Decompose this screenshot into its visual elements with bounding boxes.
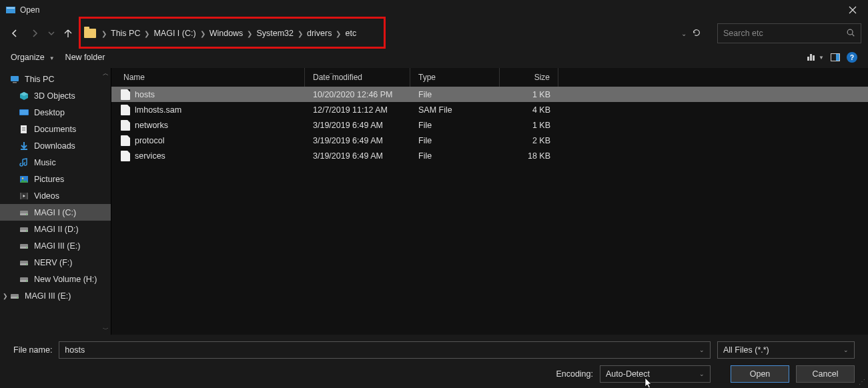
file-row[interactable]: lmhosts.sam12/7/2019 11:12 AMSAM File4 K… [111,102,868,117]
chevron-right-icon[interactable]: ❯ [100,30,108,37]
svg-point-13 [22,177,23,179]
svg-rect-15 [20,193,21,199]
resize-grip-icon[interactable]: ⋰ [859,378,865,385]
encoding-select[interactable]: Auto-Detect ⌄ [600,365,711,383]
filename-input[interactable] [65,342,699,358]
file-type: File [410,90,500,99]
breadcrumb-segment[interactable]: etc [342,29,359,38]
tree-item-label: 3D Objects [34,91,75,101]
file-row[interactable]: networks3/19/2019 6:49 AMFile1 KB [111,117,868,133]
file-name: networks [135,121,168,130]
chevron-down-icon[interactable]: ⌄ [699,347,705,353]
chevron-down-icon[interactable]: ⌄ [699,371,705,377]
file-date: 3/19/2019 6:49 AM [305,136,410,145]
app-icon [5,5,16,15]
up-button[interactable] [60,25,76,41]
tree-item[interactable]: Downloads [0,137,111,154]
scroll-down-button[interactable]: ﹀ [101,325,109,333]
svg-rect-11 [21,149,27,150]
tree-item[interactable]: Music [0,154,111,171]
cancel-button[interactable]: Cancel [796,365,855,383]
svg-rect-4 [13,82,17,83]
download-icon [19,141,29,151]
svg-rect-1 [7,7,15,9]
view-button[interactable]: ▼ [807,54,824,61]
svg-rect-9 [22,129,25,129]
breadcrumb-segment[interactable]: drivers [304,29,335,38]
chevron-right-icon[interactable]: ❯ [246,30,254,37]
file-type-filter[interactable]: All Files (*.*) ⌄ [717,341,855,359]
chevron-right-icon[interactable]: ❯ [296,30,304,37]
expand-icon[interactable]: ❯ [3,293,9,299]
file-type: SAM File [410,105,500,115]
recent-locations-button[interactable] [47,25,56,41]
address-bar[interactable]: ❯ This PC ❯ MAGI I (C:) ❯ Windows ❯ Syst… [80,23,708,43]
tree-item[interactable]: Desktop [0,104,111,121]
file-row[interactable]: services3/19/2019 6:49 AMFile18 KB [111,148,868,163]
drive-icon [9,291,20,301]
tree-item[interactable]: MAGI II (D:) [0,221,111,237]
close-button[interactable] [837,0,868,20]
tree-item[interactable]: Documents [0,121,111,137]
chevron-right-icon[interactable]: ❯ [143,30,151,37]
back-button[interactable] [7,25,23,41]
dialog-body: ︿ This PC3D ObjectsDesktopDocumentsDownl… [0,68,868,335]
window-title: Open [20,5,39,15]
tree-item[interactable]: New Volume (H:) [0,271,111,287]
tree-item[interactable]: Videos [0,187,111,204]
svg-point-22 [26,230,27,231]
tree-item-label: Downloads [34,141,75,151]
open-button[interactable]: Open [731,365,789,383]
file-list: ︿ Name Date modified Type Size hosts10/2… [111,68,868,335]
file-row[interactable]: hosts10/20/2020 12:46 PMFile1 KB [111,87,868,102]
file-size: 2 KB [500,136,558,145]
breadcrumb-segment[interactable]: Windows [207,29,246,38]
column-header-type[interactable]: Type [410,68,500,87]
title-bar: Open [0,0,868,20]
tree-item[interactable]: MAGI III (E:) [0,237,111,254]
chevron-down-icon[interactable]: ⌄ [843,347,849,353]
file-row[interactable]: protocol3/19/2019 6:49 AMFile2 KB [111,133,868,148]
column-header-date[interactable]: Date modified [305,68,410,87]
search-input[interactable] [723,29,846,38]
preview-pane-button[interactable] [831,53,840,61]
tree-item-label: MAGI III (E:) [25,291,71,301]
tree-item[interactable]: Pictures [0,171,111,187]
search-icon[interactable] [846,28,855,39]
refresh-button[interactable] [692,28,701,39]
chevron-right-icon[interactable]: ❯ [199,30,207,37]
column-header-name[interactable]: Name [111,68,305,87]
breadcrumb-segment[interactable]: System32 [254,29,296,38]
file-size: 1 KB [500,90,558,99]
column-header-size[interactable]: Size [500,68,558,87]
tree-item[interactable]: This PC [0,71,111,87]
file-name: hosts [135,90,155,99]
forward-button[interactable] [27,25,43,41]
organize-button[interactable]: Organize ▼ [11,53,55,62]
search-box[interactable] [717,23,861,43]
breadcrumb-segment[interactable]: This PC [108,29,143,38]
svg-point-31 [26,280,27,281]
tree-item[interactable]: NERV (F:) [0,254,111,271]
address-dropdown-button[interactable]: ⌄ [681,30,687,37]
help-icon[interactable]: ? [847,52,857,63]
tree-item-label: New Volume (H:) [34,275,97,284]
tree-item[interactable]: 3D Objects [0,87,111,104]
chevron-right-icon[interactable]: ❯ [334,30,342,37]
tree-item-label: Videos [34,191,59,201]
tree-item-label: NERV (F:) [34,258,72,267]
desktop-icon [19,107,29,118]
tree-item-label: MAGI I (C:) [34,208,76,217]
tree-item[interactable]: MAGI I (C:) [0,204,111,221]
tree-item-label: This PC [25,75,54,84]
filename-field[interactable]: ⌄ [59,341,711,359]
file-size: 1 KB [500,121,558,130]
file-date: 3/19/2019 6:49 AM [305,151,410,161]
svg-point-28 [26,263,27,265]
tree-item[interactable]: ❯MAGI III (E:) [0,287,111,304]
picture-icon [19,174,29,185]
tree-item-label: Music [34,158,56,167]
new-folder-button[interactable]: New folder [65,53,105,62]
drive-icon [19,274,29,285]
breadcrumb-segment[interactable]: MAGI I (C:) [151,29,198,38]
